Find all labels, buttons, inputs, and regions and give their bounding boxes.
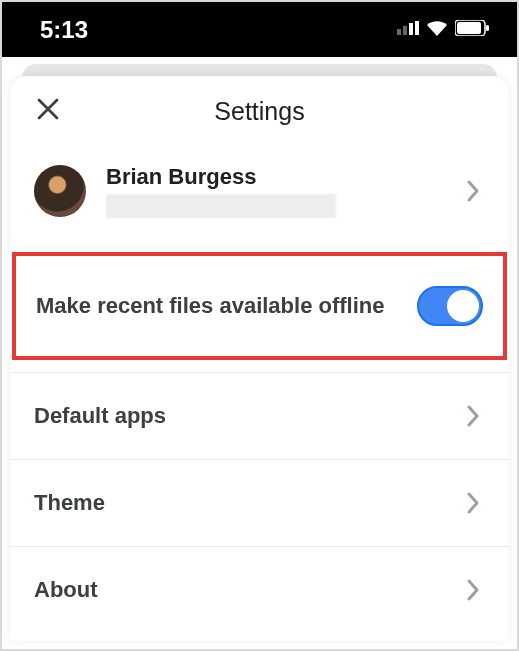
wifi-icon	[425, 19, 449, 41]
default-apps-row[interactable]: Default apps	[10, 372, 509, 459]
chevron-right-icon	[461, 491, 485, 515]
status-bar: 5:13	[2, 2, 517, 57]
about-row[interactable]: About	[10, 546, 509, 633]
chevron-right-icon	[461, 179, 485, 203]
offline-toggle-row[interactable]: Make recent files available offline	[16, 256, 503, 356]
list-item-label: Default apps	[34, 403, 166, 429]
chevron-right-icon	[461, 404, 485, 428]
status-icons	[397, 19, 489, 41]
highlight-annotation: Make recent files available offline	[12, 252, 507, 360]
svg-rect-1	[403, 26, 407, 35]
switch-knob	[447, 290, 479, 322]
list-item-label: About	[34, 577, 98, 603]
account-name: Brian Burgess	[106, 164, 461, 190]
battery-icon	[455, 20, 489, 40]
chevron-right-icon	[461, 578, 485, 602]
close-icon	[35, 96, 61, 126]
svg-rect-3	[415, 21, 419, 35]
signal-icon	[397, 21, 419, 39]
avatar	[34, 165, 86, 217]
page-title: Settings	[10, 97, 509, 126]
offline-toggle-switch[interactable]	[417, 286, 483, 326]
account-email-redacted	[106, 194, 336, 218]
account-row[interactable]: Brian Burgess	[10, 146, 509, 236]
close-button[interactable]	[28, 91, 68, 131]
settings-sheet: Settings Brian Burgess Make recent files…	[10, 76, 509, 641]
theme-row[interactable]: Theme	[10, 459, 509, 546]
svg-rect-0	[397, 29, 401, 35]
account-text: Brian Burgess	[106, 164, 461, 218]
status-time: 5:13	[40, 16, 88, 44]
sheet-header: Settings	[10, 76, 509, 146]
offline-toggle-label: Make recent files available offline	[36, 293, 384, 319]
svg-rect-5	[457, 22, 481, 34]
svg-rect-2	[409, 23, 413, 35]
list-item-label: Theme	[34, 490, 105, 516]
settings-list: Default apps Theme About	[10, 372, 509, 633]
svg-rect-6	[486, 25, 489, 31]
